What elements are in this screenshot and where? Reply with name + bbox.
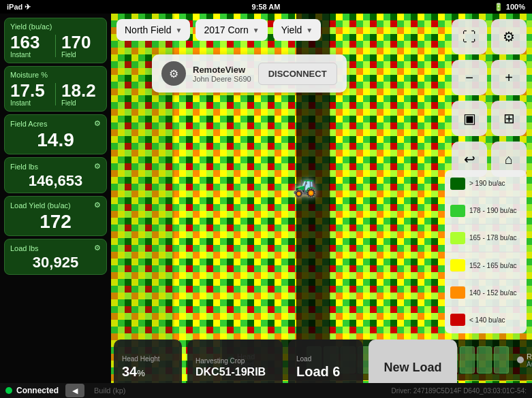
- moisture-field: 18.2 Field: [61, 82, 101, 107]
- gear-icon-3[interactable]: ⚙: [94, 201, 101, 210]
- legend-color-2: [450, 205, 465, 217]
- legend-color-6: [450, 314, 465, 326]
- yield-instant: 163 Instant: [10, 33, 50, 59]
- ctrl-row-1: ⛶ ⚙: [452, 19, 527, 54]
- load-lbs-value: 30,925: [10, 255, 101, 270]
- zoom-out-button[interactable]: −: [452, 60, 487, 95]
- moisture-divider: [55, 83, 56, 105]
- legend-color-5: [450, 286, 465, 299]
- layers-icon: ▣: [463, 110, 476, 127]
- build-label: Build (kp): [94, 386, 125, 395]
- remote-title: RemoteView: [193, 65, 251, 75]
- legend-item-5: 140 - 152 bu/ac: [445, 280, 527, 307]
- field-dropdown-arrow: ▼: [175, 27, 182, 34]
- grid-icon: ⊞: [503, 110, 515, 127]
- legend-item-3: 165 - 178 bu/ac: [445, 225, 527, 252]
- moisture-card: Moisture % 17.5 Instant 18.2 Field: [4, 66, 107, 112]
- ctrl-row-3: ▣ ⊞: [452, 101, 527, 136]
- legend-item-1: > 190 bu/ac: [445, 170, 527, 197]
- status-right: 🔋 100%: [494, 3, 525, 12]
- ctrl-row-2: − +: [452, 60, 527, 95]
- harvesting-crop-value: DKC51-19RIB: [195, 366, 275, 378]
- plus-icon: +: [505, 70, 513, 86]
- home-icon: ⌂: [505, 152, 513, 167]
- gear-icon[interactable]: ⚙: [94, 119, 101, 128]
- moisture-instant: 17.5 Instant: [10, 82, 50, 107]
- load-value: Load 6: [296, 364, 355, 380]
- connected-indicator: [5, 387, 12, 394]
- status-time: 9:58 AM: [252, 3, 281, 11]
- field-lbs-value: 146,653: [10, 173, 101, 188]
- gear-icon-2[interactable]: ⚙: [94, 162, 101, 171]
- field-acres-card: Field Acres ⚙ 14.9: [4, 114, 107, 154]
- legend: > 190 bu/ac 178 - 190 bu/ac 165 - 178 bu…: [445, 170, 527, 333]
- left-panel: Yield (bu/ac) 163 Instant 170 Field Mois…: [0, 14, 111, 398]
- disconnect-button[interactable]: DISCONNECT: [258, 63, 337, 85]
- layer-dropdown-arrow: ▼: [306, 27, 313, 34]
- main-container: Yield (bu/ac) 163 Instant 170 Field Mois…: [0, 14, 532, 398]
- load-yield-value: 172: [10, 212, 101, 231]
- remote-icon: ⚙: [161, 61, 186, 86]
- load-yield-card: Load Yield (bu/ac) ⚙ 172: [4, 196, 107, 236]
- bottom-status-bar: Connected ◀ Build (kp) Driver: 247189C5D…: [0, 383, 532, 398]
- nav-arrow-button[interactable]: ◀: [65, 384, 84, 397]
- settings-icon: ⚙: [503, 29, 515, 45]
- yield-title: Yield (bu/ac): [10, 22, 101, 31]
- connected-label: Connected: [16, 386, 59, 395]
- legend-item-4: 152 - 165 bu/ac: [445, 252, 527, 280]
- top-toolbar: North Field ▼ 2017 Corn ▼ Yield ▼: [116, 19, 450, 41]
- grid-button[interactable]: ⊞: [491, 101, 527, 136]
- battery-percent: 100%: [506, 3, 525, 11]
- ipad-label: iPad ✈: [7, 3, 31, 12]
- remote-subtitle: John Deere S690: [193, 75, 251, 83]
- harvester-icon: 🚜: [293, 176, 317, 198]
- legend-color-1: [450, 178, 465, 190]
- fullscreen-icon: ⛶: [463, 29, 476, 45]
- field-acres-title: Field Acres ⚙: [10, 119, 101, 128]
- moisture-title: Moisture %: [10, 71, 101, 79]
- yield-divider: [55, 35, 56, 57]
- yield-field: 170 Field: [61, 33, 101, 59]
- field-lbs-card: Field lbs ⚙ 146,653: [4, 157, 107, 193]
- load-yield-title: Load Yield (bu/ac) ⚙: [10, 201, 101, 210]
- connected-section: Connected ◀ Build (kp): [5, 384, 125, 397]
- legend-item-2: 178 - 190 bu/ac: [445, 197, 527, 225]
- status-bar: iPad ✈ 9:58 AM 🔋 100%: [0, 0, 532, 14]
- driver-info: Driver: 247189C5D14F D640_03:03:01C-54:: [392, 387, 527, 395]
- back-icon: ↩: [464, 151, 475, 167]
- right-controls: ⛶ ⚙ − + ▣ ⊞: [452, 19, 527, 177]
- crop-dropdown-arrow: ▼: [253, 27, 260, 34]
- map-area[interactable]: 🚜 North Field ▼ 2017 Corn ▼ Yield ▼ ⚙ Re…: [111, 14, 532, 398]
- status-left: iPad ✈: [7, 3, 31, 12]
- fullscreen-button[interactable]: ⛶: [452, 19, 487, 54]
- head-height-value: 34: [122, 364, 137, 379]
- load-lbs-card: Load lbs ⚙ 30,925: [4, 239, 107, 275]
- settings-button[interactable]: ⚙: [491, 19, 527, 54]
- layers-button[interactable]: ▣: [452, 101, 487, 136]
- layer-dropdown[interactable]: Yield ▼: [273, 19, 322, 41]
- load-lbs-title: Load lbs ⚙: [10, 244, 101, 252]
- remote-view-popup: ⚙ RemoteView John Deere S690 DISCONNECT: [152, 54, 347, 93]
- legend-color-4: [450, 259, 465, 271]
- field-acres-value: 14.9: [10, 131, 101, 150]
- field-lbs-title: Field lbs ⚙: [10, 162, 101, 171]
- legend-item-6: < 140 bu/ac: [445, 307, 527, 333]
- gear-icon-4[interactable]: ⚙: [94, 244, 101, 252]
- zoom-in-button[interactable]: +: [491, 60, 527, 95]
- field-dropdown[interactable]: North Field ▼: [116, 19, 190, 41]
- battery-icon: 🔋: [494, 3, 503, 12]
- yield-card: Yield (bu/ac) 163 Instant 170 Field: [4, 18, 107, 63]
- crop-dropdown[interactable]: 2017 Corn ▼: [195, 19, 267, 41]
- minus-icon: −: [465, 70, 473, 86]
- legend-color-3: [450, 232, 465, 244]
